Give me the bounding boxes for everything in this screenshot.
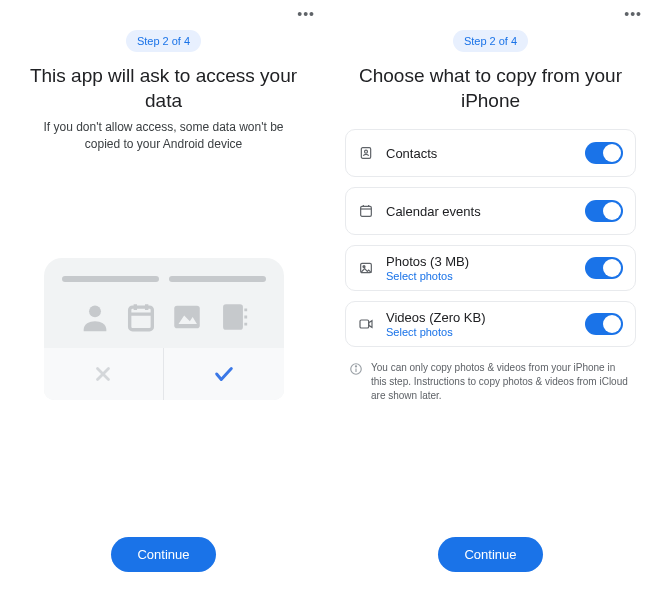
toggle-contacts[interactable] [585,142,623,164]
calendar-icon [358,203,374,219]
more-menu-icon[interactable]: ••• [624,6,642,22]
contacts-book-icon [216,300,250,334]
permission-illustration [44,258,284,400]
info-text: You can only copy photos & videos from y… [371,361,632,403]
contacts-icon [358,145,374,161]
page-title: Choose what to copy from your iPhone [345,64,636,113]
info-icon [349,362,363,376]
select-videos-link[interactable]: Select photos [386,326,573,338]
calendar-icon [124,300,158,334]
continue-button[interactable]: Continue [438,537,542,572]
close-icon [92,363,114,385]
step-badge: Step 2 of 4 [126,30,201,52]
svg-rect-1 [129,307,152,330]
copy-list: Contacts Calendar events Photos (3 MB) S… [345,129,636,347]
screen-access-prompt: ••• Step 2 of 4 This app will ask to acc… [0,0,327,594]
svg-point-0 [89,305,101,317]
info-note: You can only copy photos & videos from y… [345,361,636,403]
screen-choose-copy: ••• Step 2 of 4 Choose what to copy from… [327,0,654,594]
videos-icon [358,316,374,332]
copy-item-videos[interactable]: Videos (Zero KB) Select photos [345,301,636,347]
svg-point-14 [365,151,368,154]
photos-icon [358,260,374,276]
more-menu-icon[interactable]: ••• [297,6,315,22]
svg-point-20 [363,266,365,268]
svg-rect-7 [223,304,243,330]
svg-rect-21 [360,320,369,328]
page-title: This app will ask to access your data [18,64,309,113]
svg-point-25 [355,366,356,367]
item-label: Videos (Zero KB) [386,310,573,325]
copy-item-calendar[interactable]: Calendar events [345,187,636,235]
item-label: Contacts [386,146,573,161]
person-icon [78,300,112,334]
check-icon [211,363,237,385]
allow-illustration-button [164,348,284,400]
deny-illustration-button [44,348,164,400]
image-icon [170,300,204,334]
svg-rect-15 [361,207,372,217]
copy-item-photos[interactable]: Photos (3 MB) Select photos [345,245,636,291]
svg-rect-5 [174,305,200,328]
toggle-videos[interactable] [585,313,623,335]
step-badge: Step 2 of 4 [453,30,528,52]
copy-item-contacts[interactable]: Contacts [345,129,636,177]
item-label: Photos (3 MB) [386,254,573,269]
continue-button[interactable]: Continue [111,537,215,572]
item-label: Calendar events [386,204,573,219]
toggle-calendar[interactable] [585,200,623,222]
placeholder-line [62,276,159,282]
page-subtitle: If you don't allow access, some data won… [18,119,309,151]
placeholder-line [169,276,266,282]
toggle-photos[interactable] [585,257,623,279]
select-photos-link[interactable]: Select photos [386,270,573,282]
